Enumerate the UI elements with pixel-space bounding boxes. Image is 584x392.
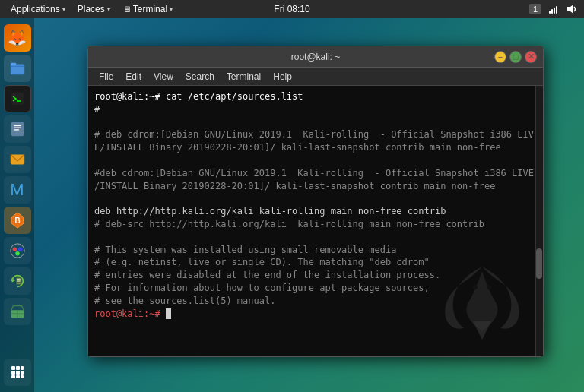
menu-search[interactable]: Search xyxy=(181,70,219,84)
terminal-menubar: File Edit View Search Terminal Help xyxy=(88,68,543,86)
svg-text:B: B xyxy=(14,217,20,225)
terminal-arrow: ▾ xyxy=(170,6,173,13)
top-panel-right: 1 xyxy=(529,3,578,15)
svg-point-19 xyxy=(15,251,20,256)
editor-icon[interactable] xyxy=(4,115,31,143)
menu-file[interactable]: File xyxy=(94,70,118,84)
color-picker-icon[interactable] xyxy=(4,237,31,264)
terminal-content[interactable]: root@kali:~# cat /etc/apt/sources.list #… xyxy=(88,86,543,356)
terminal-scrollbar[interactable] xyxy=(535,86,543,356)
svg-rect-6 xyxy=(10,63,15,66)
terminal-titlebar: root@kali: ~ − □ ✕ xyxy=(88,46,543,68)
svg-rect-0 xyxy=(549,11,551,14)
minimize-button[interactable]: − xyxy=(494,51,506,63)
speaker-icon xyxy=(566,3,578,15)
scrollbar-thumb[interactable] xyxy=(536,248,542,279)
svg-rect-34 xyxy=(11,375,15,378)
clock: Fri 08:10 xyxy=(274,4,309,14)
places-menu[interactable]: Places ▾ xyxy=(73,2,115,16)
svg-rect-28 xyxy=(11,366,15,370)
menu-help[interactable]: Help xyxy=(268,70,297,84)
svg-rect-1 xyxy=(551,9,553,14)
svg-rect-35 xyxy=(16,375,20,378)
svg-rect-32 xyxy=(16,371,20,375)
terminal-output: root@kali:~# cat /etc/apt/sources.list #… xyxy=(94,90,537,320)
svg-rect-9 xyxy=(11,122,24,136)
close-button[interactable]: ✕ xyxy=(525,51,537,63)
places-arrow: ▾ xyxy=(107,6,110,13)
svg-marker-4 xyxy=(567,5,573,14)
svg-point-18 xyxy=(17,247,21,251)
terminal-label: Terminal xyxy=(133,4,167,14)
network-icon xyxy=(548,3,560,15)
svg-rect-3 xyxy=(556,6,557,14)
store-icon[interactable] xyxy=(4,298,31,325)
menu-terminal[interactable]: Terminal xyxy=(222,70,265,84)
applications-label: Applications xyxy=(11,4,60,14)
menu-edit[interactable]: Edit xyxy=(121,70,146,84)
desktop: Applications ▾ Places ▾ 🖥 Terminal ▾ Fri… xyxy=(0,0,584,392)
files-icon[interactable] xyxy=(4,55,31,82)
terminal-title: root@kali: ~ xyxy=(291,52,341,62)
applications-arrow: ▾ xyxy=(62,6,65,13)
terminal-window: root@kali: ~ − □ ✕ File Edit View Search… xyxy=(87,46,544,357)
svg-rect-5 xyxy=(10,65,24,75)
svg-rect-7 xyxy=(11,93,24,105)
menu-view[interactable]: View xyxy=(149,70,178,84)
svg-point-17 xyxy=(12,247,16,251)
update-manager-icon[interactable] xyxy=(4,267,31,295)
workspace-badge[interactable]: 1 xyxy=(529,4,541,14)
svg-rect-30 xyxy=(21,366,24,370)
top-panel: Applications ▾ Places ▾ 🖥 Terminal ▾ Fri… xyxy=(0,0,584,18)
close-icon: ✕ xyxy=(528,52,535,62)
minimize-icon: − xyxy=(498,52,503,62)
maximize-button[interactable]: □ xyxy=(509,51,522,63)
mail-icon[interactable] xyxy=(4,146,31,173)
svg-rect-33 xyxy=(21,371,24,375)
svg-rect-36 xyxy=(21,375,24,378)
metasploit-icon[interactable]: M xyxy=(4,176,31,204)
burpsuite-icon[interactable]: B xyxy=(4,207,31,234)
places-label: Places xyxy=(78,4,105,14)
svg-rect-29 xyxy=(16,366,20,370)
terminal-sidebar-icon[interactable] xyxy=(4,85,31,112)
svg-marker-20 xyxy=(11,278,15,283)
terminal-controls: − □ ✕ xyxy=(494,51,537,63)
svg-rect-31 xyxy=(11,371,15,375)
terminal-menu[interactable]: 🖥 Terminal ▾ xyxy=(118,2,177,16)
apps-grid-icon[interactable] xyxy=(4,359,31,386)
sidebar: 🦊 xyxy=(0,18,34,392)
firefox-icon[interactable]: 🦊 xyxy=(4,24,31,52)
top-panel-left: Applications ▾ Places ▾ 🖥 Terminal ▾ xyxy=(6,2,177,16)
applications-menu[interactable]: Applications ▾ xyxy=(6,2,70,16)
maximize-icon: □ xyxy=(513,52,519,62)
svg-rect-2 xyxy=(554,8,555,14)
terminal-icon-small: 🖥 xyxy=(122,5,131,14)
